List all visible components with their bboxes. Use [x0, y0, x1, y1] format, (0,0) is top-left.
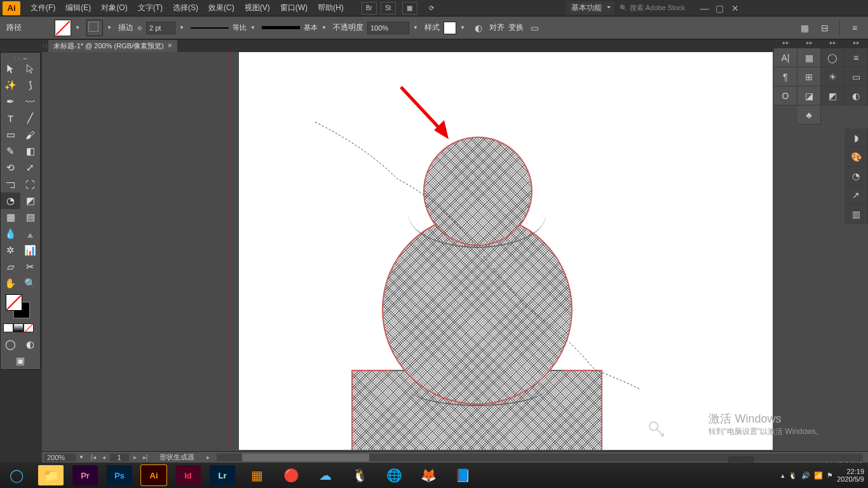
eraser-tool[interactable]: ◧ [20, 143, 40, 159]
stroke-dash-preview[interactable] [191, 24, 229, 32]
tray-clock[interactable]: 22:19 2020/5/9 [837, 468, 864, 483]
taskbar-qq-icon[interactable]: 🐧 [347, 465, 372, 485]
curvature-tool[interactable]: 〰 [20, 93, 40, 110]
color-mode-none[interactable] [24, 323, 34, 332]
hand-tool[interactable]: ✋ [1, 275, 20, 292]
color-mode-gradient[interactable] [13, 323, 24, 332]
type-tool[interactable]: T [1, 110, 20, 126]
opacity-dropdown[interactable]: ▼ [413, 25, 421, 30]
panel-cc-icon[interactable]: ◯ [821, 48, 844, 67]
tray-up-icon[interactable]: ▴ [781, 471, 785, 480]
panel-geometry-icon[interactable]: ◗ [844, 128, 868, 147]
stroke-weight-dropdown[interactable]: ▼ [179, 25, 187, 30]
fill-color[interactable] [6, 294, 22, 311]
shaper-tool[interactable]: ✎ [1, 143, 20, 159]
system-tray[interactable]: ▴ 🐧 🔊 📶 ⚑ 22:19 2020/5/9 [781, 468, 864, 483]
stock-button[interactable]: St [381, 2, 396, 15]
tray-speaker-icon[interactable]: 🔊 [801, 471, 810, 480]
taskbar-app3-icon[interactable]: ☁ [313, 465, 338, 485]
scale-tool[interactable]: ⤢ [20, 159, 40, 176]
lasso-tool[interactable]: ⟆ [20, 77, 40, 93]
width-tool[interactable]: ⫎ [1, 176, 20, 193]
taskbar-indesign-icon[interactable]: Id [175, 465, 201, 485]
rotate-tool[interactable]: ⟲ [1, 159, 20, 176]
blend-tool[interactable]: ⟁ [20, 226, 40, 242]
shape-builder-tool[interactable]: ◔ [1, 193, 20, 209]
menu-effect[interactable]: 效果(C) [203, 3, 240, 13]
dock-collapse-3[interactable]: ▸▸ [821, 39, 844, 48]
workspace-switcher[interactable]: 基本功能 [566, 1, 614, 15]
shape-circle-small[interactable] [423, 137, 532, 246]
style-dropdown[interactable]: ▼ [460, 25, 468, 30]
menu-view[interactable]: 视图(V) [240, 3, 275, 13]
magic-wand-tool[interactable]: ✨ [1, 77, 20, 93]
taskbar-explorer-icon[interactable]: 📁 [38, 465, 64, 485]
transform-label[interactable]: 变换 [508, 22, 524, 33]
fill-dropdown[interactable]: ▼ [75, 25, 83, 30]
dock-collapse-2[interactable]: ▸▸ [797, 39, 821, 48]
horizontal-scrollbar[interactable] [217, 454, 863, 461]
panel-pathfinder-icon[interactable]: ◪ [797, 86, 821, 105]
tray-qq-icon[interactable]: 🐧 [789, 471, 797, 480]
panel-paragraph-icon[interactable]: ¶ [774, 67, 797, 86]
panel-character-icon[interactable]: A| [774, 48, 797, 67]
taskbar-firefox-icon[interactable]: 🦊 [416, 465, 441, 485]
next-artboard-button[interactable]: ▸ [132, 454, 139, 461]
symbol-sprayer-tool[interactable]: ✲ [1, 242, 20, 259]
panel-properties-icon[interactable]: ≡ [844, 48, 868, 67]
tab-close-button[interactable]: × [168, 41, 172, 50]
gpu-icon[interactable]: ⟳ [424, 2, 439, 15]
menu-object[interactable]: 对象(O) [96, 3, 132, 13]
menu-select[interactable]: 选择(S) [168, 3, 203, 13]
panel-transform-icon[interactable]: ⊞ [797, 67, 821, 86]
artboard-number[interactable]: 1 [110, 454, 129, 461]
minimize-button[interactable]: — [697, 3, 712, 14]
slice-tool[interactable]: ✂ [20, 259, 40, 275]
color-mode-solid[interactable] [3, 323, 13, 332]
arrange-docs-icon[interactable]: ▦ [402, 2, 417, 15]
bridge-button[interactable]: Br [362, 2, 377, 15]
stroke-dropdown[interactable]: ▼ [107, 25, 114, 30]
taskbar-notes-icon[interactable]: 📘 [450, 465, 475, 485]
line-tool[interactable]: ╱ [20, 110, 40, 126]
pen-tool[interactable]: ✒ [1, 93, 20, 110]
stroke-swatch[interactable] [86, 20, 103, 36]
panel-brightness-icon[interactable]: ☀ [821, 67, 844, 86]
style-swatch[interactable] [444, 22, 456, 34]
isolate-icon[interactable]: ▭ [527, 21, 541, 35]
taskbar-browser-icon[interactable]: ◯ [4, 465, 29, 485]
zoom-dropdown[interactable]: ▼ [79, 454, 86, 460]
close-button[interactable]: ✕ [728, 3, 743, 14]
taskbar-app2-icon[interactable]: 🔴 [278, 465, 304, 485]
panel-symbols-icon[interactable]: ♣ [797, 105, 821, 125]
panel-opentype-icon[interactable]: O [774, 86, 797, 105]
panel-swatches-icon[interactable]: ◔ [844, 166, 868, 186]
panel-color-icon[interactable]: 🎨 [844, 147, 868, 166]
taskbar-chrome-icon[interactable]: 🌐 [381, 465, 407, 485]
last-artboard-button[interactable]: ▸| [141, 454, 150, 461]
guide-line[interactable] [227, 52, 228, 450]
stroke-weight-input[interactable] [146, 22, 175, 34]
menu-window[interactable]: 窗口(W) [275, 3, 313, 13]
taskbar-app1-icon[interactable]: ▦ [244, 465, 269, 485]
panel-libraries-icon[interactable]: ▥ [844, 205, 868, 224]
maximize-button[interactable]: ▢ [712, 3, 728, 14]
graph-tool[interactable]: 📊 [20, 242, 40, 259]
scrollbar-thumb[interactable] [242, 454, 369, 461]
tray-network-icon[interactable]: 📶 [814, 471, 823, 480]
eyedropper-tool[interactable]: 💧 [1, 226, 20, 242]
tab-grip[interactable]: ⋮⋮ [42, 39, 48, 52]
perspective-tool[interactable]: ◩ [20, 193, 40, 209]
document-tab[interactable]: 未标题-1* @ 200% (RGB/像素预览) × [48, 40, 177, 52]
taskbar-illustrator-icon[interactable]: Ai [141, 465, 166, 485]
menu-edit[interactable]: 编辑(E) [60, 3, 96, 13]
selection-tool[interactable] [1, 60, 20, 77]
panel-align-icon[interactable]: ▦ [797, 48, 821, 67]
paintbrush-tool[interactable]: 🖌 [20, 126, 40, 143]
menu-file[interactable]: 文件(F) [25, 3, 60, 13]
panel-artboards-icon[interactable]: ◐ [844, 86, 868, 105]
draw-normal[interactable]: ◯ [1, 336, 20, 353]
search-stock-input[interactable]: 搜索 Adobe Stock [614, 2, 697, 14]
align-label[interactable]: 对齐 [489, 22, 505, 33]
panel-icon-1[interactable]: ▦ [797, 21, 811, 35]
